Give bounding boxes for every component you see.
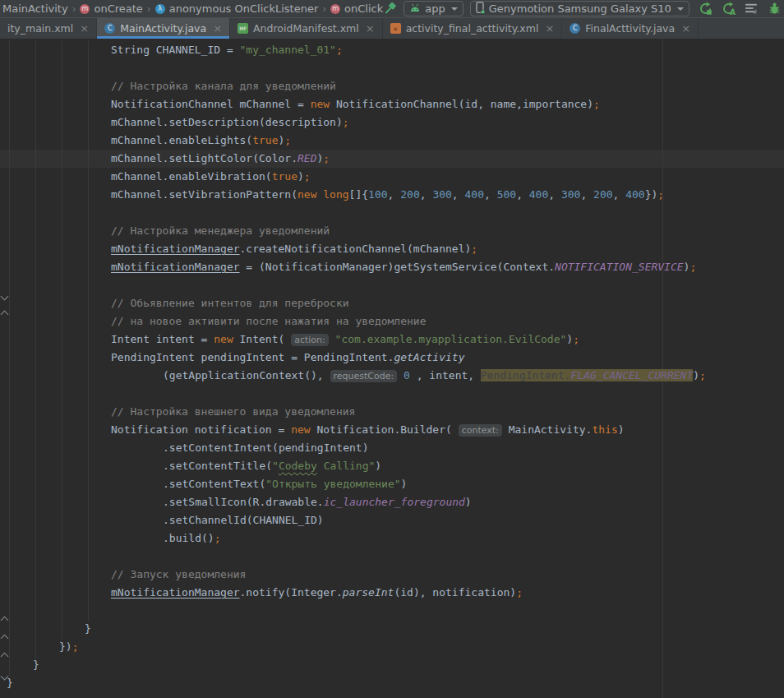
run-config-selector[interactable]: app [404, 1, 463, 16]
method-icon: m [80, 4, 90, 14]
java-class-icon: C [570, 23, 580, 34]
tab-mainactivity-java[interactable]: CMainActivity.java× [97, 18, 230, 39]
code-line: (getApplicationContext(), requestCode: 0… [163, 367, 706, 385]
code-line: // Настройка менеджера уведомлений [111, 222, 330, 240]
code-line: // Запуск уведомления [111, 566, 246, 584]
breadcrumb-label: onCreate [94, 2, 142, 15]
layout-xml-icon: ≡ [390, 23, 401, 34]
navigation-bar: MainActivity›monCreate›λanonymous OnClic… [0, 0, 784, 18]
code-line: // Обьявление интентов для переброски [111, 294, 349, 312]
breadcrumb-label: MainActivity [2, 2, 68, 15]
tab-label: MainActivity.java [120, 22, 206, 35]
tab-label: AndroidManifest.xml [253, 22, 359, 35]
close-icon[interactable]: × [681, 22, 690, 35]
breadcrumb-label: onClick [344, 2, 383, 15]
breadcrumb-item[interactable]: λanonymous OnClickListener [155, 2, 319, 15]
code-line: Intent intent = new Intent( action: "com… [111, 331, 579, 349]
method-icon: m [330, 4, 340, 14]
android-icon [409, 2, 421, 15]
device-selector[interactable]: Genymotion Samsung Galaxy S10 [470, 1, 689, 16]
breadcrumb-separator: › [72, 3, 76, 15]
close-icon[interactable]: × [213, 22, 222, 35]
code-line: .build(); [163, 529, 220, 548]
indent-guide [62, 41, 62, 640]
tab-ity-main-xml[interactable]: ity_main.xml× [0, 18, 97, 39]
breadcrumb: MainActivity›monCreate›λanonymous OnClic… [2, 2, 383, 15]
code-line: // Настройка канала для уведомлений [111, 77, 336, 95]
breadcrumb-item[interactable]: monCreate [80, 2, 142, 15]
code-line: // Настройка внешнего вида уведомления [111, 403, 355, 421]
chevron-down-icon [677, 7, 684, 11]
manifest-icon: MF [238, 23, 248, 34]
indent-guide [9, 41, 10, 676]
fold-marker-icon[interactable] [1, 617, 9, 625]
toolbar-actions: A [698, 1, 784, 17]
code-line: } [7, 674, 13, 692]
indent-guide [35, 41, 36, 658]
tab-label: ity_main.xml [7, 22, 73, 35]
code-line: mNotificationManager.notify(Integer.pars… [111, 584, 523, 602]
code-line: String CHANNEL_ID = "my_channel_01"; [111, 41, 343, 59]
class-icon: λ [155, 4, 165, 14]
code-line: mChannel.setVibrationPattern(new long[]{… [111, 186, 664, 204]
close-icon[interactable]: × [80, 22, 89, 35]
code-line: }); [59, 638, 78, 656]
apply-changes-restart-icon[interactable] [698, 1, 714, 17]
tab-activity-final-acttivity-xml[interactable]: ≡activity_final_acttivity.xml× [383, 18, 563, 39]
code-line: PendingIntent pendingIntent = PendingInt… [111, 349, 464, 367]
fold-marker-icon[interactable] [1, 653, 9, 661]
code-line: NotificationChannel mChannel = new Notif… [111, 95, 600, 113]
indent-guide [88, 41, 89, 622]
tab-label: FinalActtivity.java [585, 22, 675, 35]
editor-tab-bar: ity_main.xml×CMainActivity.java×MFAndroi… [0, 18, 784, 39]
breadcrumb-label: anonymous OnClickListener [169, 2, 319, 15]
code-line: } [33, 656, 39, 674]
apply-code-changes-icon[interactable]: A [721, 1, 737, 17]
tab-androidmanifest-xml[interactable]: MFAndroidManifest.xml× [230, 18, 383, 39]
code-line: mChannel.setDescription(description); [111, 113, 349, 132]
code-line: // на новое активити после нажатия на ув… [111, 312, 427, 331]
code-line: mNotificationManager = (NotificationMana… [111, 258, 696, 276]
run-config-label: app [425, 2, 445, 15]
breadcrumb-item[interactable]: monClick [330, 2, 383, 15]
tab-label: activity_final_acttivity.xml [406, 22, 539, 35]
device-phone-icon [476, 2, 485, 16]
code-line: .setChannelId(CHANNEL_ID) [163, 511, 324, 529]
code-line: mChannel.setLightColor(Color.RED); [111, 150, 330, 168]
code-line: mChannel.enableLights(true); [111, 132, 291, 150]
close-icon[interactable]: × [366, 22, 375, 35]
code-editor[interactable]: String CHANNEL_ID = "my_channel_01";// Н… [0, 39, 784, 698]
code-line: } [85, 620, 91, 638]
tab-finalacttivity-java[interactable]: CFinalActtivity.java× [562, 18, 699, 39]
fold-marker-icon[interactable] [1, 635, 9, 643]
fold-marker-icon[interactable] [1, 293, 9, 301]
breadcrumb-separator: › [322, 3, 326, 15]
chevron-down-icon [451, 7, 458, 11]
code-line: .setContentIntent(pendingIntent) [163, 439, 368, 457]
code-line: mNotificationManager.createNotificationC… [111, 240, 477, 258]
java-class-icon: C [104, 23, 115, 34]
code-line: Notification notification = new Notifica… [111, 421, 625, 439]
build-hammer-icon[interactable] [383, 1, 397, 17]
breadcrumb-separator: › [147, 3, 151, 15]
breadcrumb-item[interactable]: MainActivity [2, 2, 68, 15]
fold-marker-icon[interactable] [1, 311, 9, 319]
close-icon[interactable]: × [545, 22, 554, 35]
code-line: mChannel.enableVibration(true); [111, 168, 311, 186]
debug-icon[interactable] [767, 1, 783, 17]
code-line: .setSmallIcon(R.drawable.ic_launcher_for… [163, 493, 472, 511]
code-line: .setContentTitle("Codeby Calling") [163, 457, 381, 475]
profiler-icon[interactable] [744, 1, 760, 17]
device-label: Genymotion Samsung Galaxy S10 [489, 2, 671, 15]
svg-text:A: A [730, 8, 736, 16]
code-line: .setContentText("Открыть уведомление") [163, 475, 407, 493]
